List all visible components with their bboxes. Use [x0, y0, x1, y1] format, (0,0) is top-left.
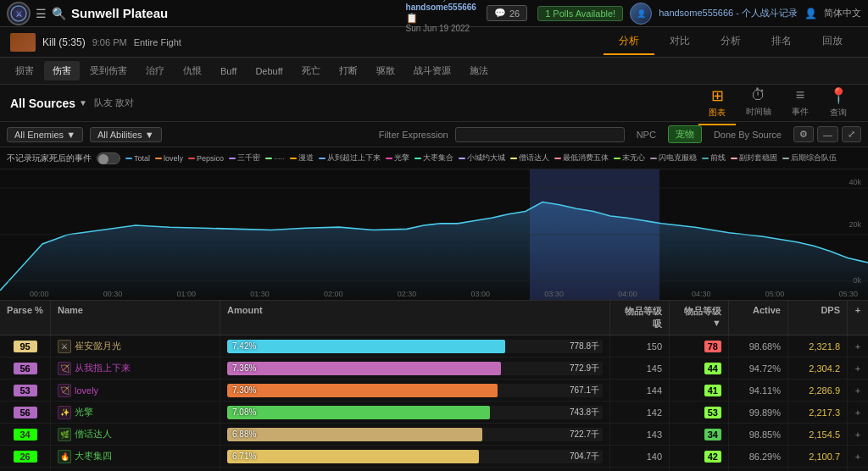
cell-item-level2: 53 [670, 402, 729, 423]
header-parse[interactable]: Parse % [0, 301, 51, 335]
player-icon: ⚔ [58, 340, 71, 353]
bar-fill [227, 340, 505, 353]
expand-row-button[interactable]: + [848, 357, 868, 379]
filter-actions: ⚙ — ⤢ [793, 126, 861, 142]
expand-row-button[interactable]: + [848, 380, 868, 401]
table-row[interactable]: 95 ⚔ 崔安懿月光 7.42% 778.8千 1507898.68%2,321… [0, 335, 868, 357]
expand-row-button[interactable]: + [848, 335, 868, 357]
tab-replay[interactable]: 回放 [807, 29, 858, 55]
cell-name: 💀 Pepsico [51, 468, 220, 471]
table-row[interactable]: 42 💀 Pepsico 6.64% 697.0千 1415598.61%2,0… [0, 468, 868, 471]
username: handsome555666 - 个人战斗记录 [659, 7, 798, 19]
poll-label: 1 Polls Available! [545, 8, 615, 19]
header-plus[interactable]: + [848, 301, 868, 335]
legend-item: 大枣集合 [415, 152, 453, 163]
tab-ranking[interactable]: 排名 [756, 29, 807, 55]
header-name[interactable]: Name [51, 301, 220, 335]
hamburger-menu[interactable]: ☰ [36, 7, 47, 20]
player-name[interactable]: 僧话达人 [75, 428, 112, 441]
filter-minimize-btn[interactable]: — [817, 126, 838, 142]
table-row[interactable]: 56 ✨ 光擎 7.08% 743.8千 1425399.89%2,217.3+ [0, 402, 868, 424]
user-profile-icon[interactable]: 👤 [804, 8, 817, 19]
npc-button[interactable]: NPC [632, 128, 661, 141]
event-filter-toggle[interactable] [97, 152, 120, 164]
cell-parse: 56 [0, 402, 51, 423]
tab-damage[interactable]: 伤害 [44, 61, 80, 80]
tab-loss[interactable]: 损害 [7, 61, 42, 80]
cell-parse: 42 [0, 468, 51, 471]
header-dps[interactable]: DPS [788, 301, 848, 335]
tab-interrupt[interactable]: 打断 [331, 61, 366, 80]
cell-dps: 2,321.8 [788, 335, 848, 357]
cell-active: 98.85% [729, 424, 788, 445]
parse-badge: 95 [14, 341, 37, 352]
bar-value: 778.8千 [570, 341, 603, 352]
x-label-5: 02:30 [398, 290, 417, 298]
tab-threat[interactable]: 仇恨 [175, 61, 210, 80]
query-btn-label: 查询 [830, 107, 847, 119]
tab-received-damage[interactable]: 受到伤害 [81, 61, 136, 80]
query-icon: 📍 [829, 86, 848, 105]
expand-row-button[interactable]: + [848, 402, 868, 423]
player-name[interactable]: 大枣集四 [75, 450, 112, 463]
abilities-dropdown[interactable]: All Abilities ▼ [90, 127, 162, 142]
chart-svg [0, 169, 868, 300]
bar-fill [227, 384, 498, 397]
filter-bar: All Enemies ▼ All Abilities ▼ Filter Exp… [0, 122, 868, 147]
tab-compare[interactable]: 对比 [654, 29, 705, 55]
cell-name: ✨ 光擎 [51, 402, 220, 423]
poll-badge[interactable]: 1 Polls Available! [537, 6, 623, 21]
damage-bar: 7.30% 767.1千 [227, 384, 603, 397]
realm-title: Sunwell Plateau [71, 6, 406, 20]
message-badge[interactable]: 💬 26 [487, 5, 527, 21]
fight-meta: Created by handsome555666 📋 Sun Jun 19 2… [406, 0, 476, 34]
tab-debuff[interactable]: Debuff [247, 63, 291, 80]
player-name[interactable]: lovely [75, 385, 98, 396]
sources-label: All Sources [10, 97, 75, 110]
bar-fill [227, 406, 490, 419]
tab-buff[interactable]: Buff [212, 63, 245, 80]
player-name[interactable]: 崔安懿月光 [75, 340, 121, 352]
tab-analysis2[interactable]: 分析 [705, 29, 756, 55]
tab-heal[interactable]: 治疗 [137, 61, 173, 80]
filter-expression-input[interactable] [455, 127, 625, 142]
header-amount[interactable]: Amount [220, 301, 610, 335]
table-row[interactable]: 53 🏹 lovely 7.30% 767.1千 1444194.11%2,28… [0, 380, 868, 402]
done-by-source-button[interactable]: Done By Source [709, 128, 787, 141]
cell-item-level: 140 [610, 446, 670, 467]
expand-row-button[interactable]: + [848, 446, 868, 467]
player-name[interactable]: 光擎 [75, 406, 93, 418]
filter-expand-btn[interactable]: ⤢ [842, 126, 861, 142]
table-row[interactable]: 56 🏹 从我指上下来 7.36% 772.9千 1454494.72%2,30… [0, 357, 868, 380]
language-selector[interactable]: 简体中文 [824, 7, 861, 19]
cell-amount: 6.64% 697.0千 [220, 468, 610, 471]
header-active[interactable]: Active [729, 301, 788, 335]
player-name[interactable]: 从我指上下来 [75, 362, 131, 374]
view-buttons: ⊞ 图表 ⏱ 时间轴 ≡ 事件 📍 查询 [698, 81, 858, 125]
cell-amount: 7.08% 743.8千 [220, 402, 610, 423]
header-absorbed2[interactable]: 物品等级 ▼ [670, 301, 729, 335]
filter-settings-btn[interactable]: ⚙ [793, 126, 814, 142]
fight-thumbnail [10, 33, 36, 52]
header-absorbed[interactable]: 物品等级吸 [610, 301, 670, 335]
pet-source-button[interactable]: 宠物 [668, 125, 702, 143]
tab-analysis1[interactable]: 分析 [604, 29, 654, 55]
tab-dispel[interactable]: 驱散 [368, 61, 403, 80]
all-sources-dropdown[interactable]: All Sources ▼ [10, 97, 87, 110]
tab-combat-resource[interactable]: 战斗资源 [405, 61, 459, 80]
expand-row-button[interactable]: + [848, 424, 868, 445]
view-events-btn[interactable]: ≡ 事件 [782, 81, 819, 125]
tab-cast[interactable]: 施法 [461, 61, 497, 80]
table-row[interactable]: 26 🔥 大枣集四 6.71% 704.7千 1404286.29%2,100.… [0, 446, 868, 468]
tab-death[interactable]: 死亡 [293, 61, 329, 80]
view-chart-btn[interactable]: ⊞ 图表 [698, 81, 736, 125]
enemies-dropdown[interactable]: All Enemies ▼ [7, 127, 83, 142]
view-timeline-btn[interactable]: ⏱ 时间轴 [736, 81, 782, 125]
bar-pct: 6.71% [227, 452, 256, 461]
event-filter-row: 不记录玩家死后的事件 TotallovelyPepsico三千密·····漫道 … [0, 147, 868, 169]
table-row[interactable]: 34 🌿 僧话达人 6.88% 722.7千 1433498.85%2,154.… [0, 424, 868, 446]
bar-fill [227, 428, 482, 441]
search-icon[interactable]: 🔍 [52, 7, 66, 20]
view-query-btn[interactable]: 📍 查询 [819, 81, 858, 125]
expand-row-button[interactable]: + [848, 468, 868, 471]
